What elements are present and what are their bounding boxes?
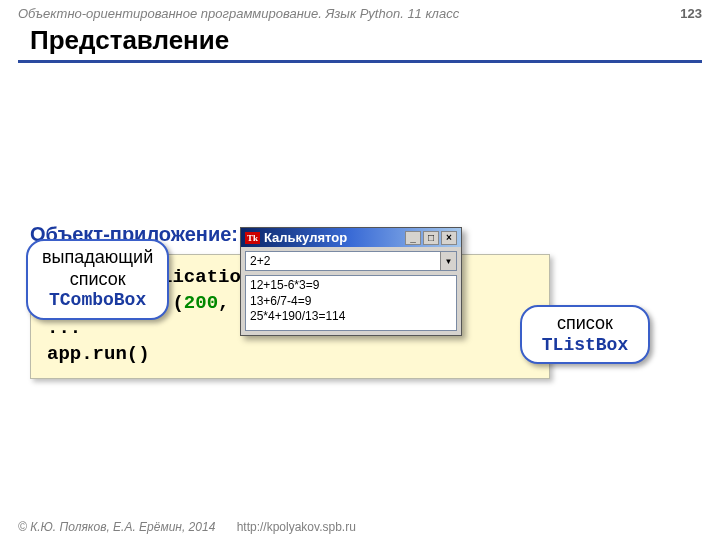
callout-text: выпадающий — [42, 247, 153, 269]
footer-url: http://kpolyakov.spb.ru — [237, 520, 356, 534]
list-item[interactable]: 12+15-6*3=9 — [250, 278, 452, 294]
callout-listbox: список TListBox — [520, 305, 650, 364]
content-area: выпадающий список TComboBox список TList… — [0, 223, 720, 379]
combobox[interactable]: ▼ — [245, 251, 457, 271]
callout-combobox: выпадающий список TComboBox — [26, 239, 169, 320]
app-window: Tk Калькулятор _ □ × ▼ 12+15-6*3=9 13+6/… — [240, 227, 462, 336]
maximize-button[interactable]: □ — [423, 231, 439, 245]
listbox[interactable]: 12+15-6*3=9 13+6/7-4=9 25*4+190/13=114 — [245, 275, 457, 331]
tk-icon: Tk — [245, 232, 260, 244]
title-underline — [18, 60, 702, 63]
copyright: © К.Ю. Поляков, Е.А. Ерёмин, 2014 — [18, 520, 215, 534]
callout-class: TListBox — [536, 335, 634, 357]
callout-text: список — [536, 313, 634, 335]
footer: © К.Ю. Поляков, Е.А. Ерёмин, 2014 http:/… — [0, 520, 720, 534]
callout-text: список — [42, 269, 153, 291]
callout-class: TComboBox — [42, 290, 153, 312]
page-number: 123 — [680, 6, 702, 21]
window-titlebar[interactable]: Tk Калькулятор _ □ × — [241, 228, 461, 247]
window-title: Калькулятор — [264, 230, 347, 245]
chevron-down-icon[interactable]: ▼ — [440, 252, 456, 270]
code-line: app.run() — [47, 342, 533, 368]
header: Объектно-ориентированное программировани… — [0, 0, 720, 23]
list-item[interactable]: 25*4+190/13=114 — [250, 309, 452, 325]
close-button[interactable]: × — [441, 231, 457, 245]
minimize-button[interactable]: _ — [405, 231, 421, 245]
combobox-input[interactable] — [246, 252, 440, 270]
course-title: Объектно-ориентированное программировани… — [18, 6, 459, 21]
list-item[interactable]: 13+6/7-4=9 — [250, 294, 452, 310]
page-title: Представление — [0, 23, 720, 60]
